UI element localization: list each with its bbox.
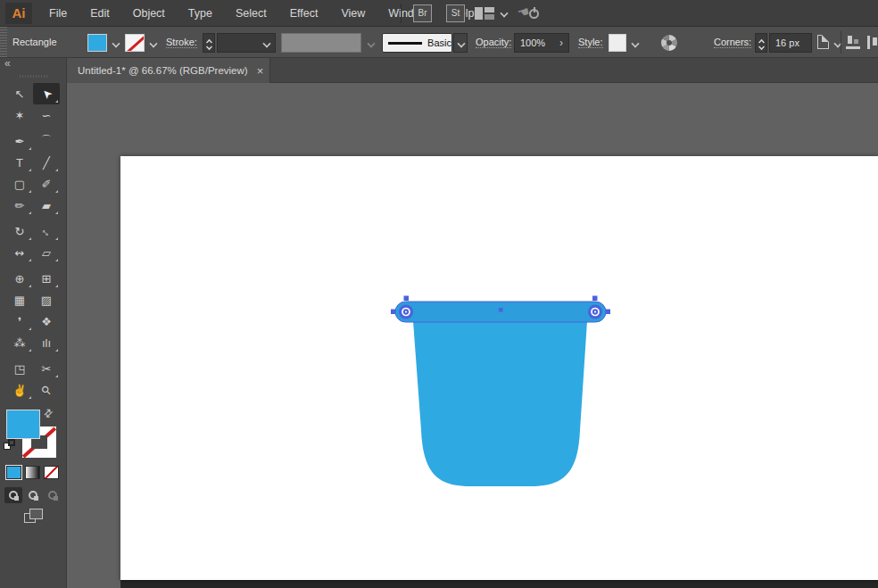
stroke-weight-label[interactable]: Stroke:: [166, 37, 197, 48]
stepper-up-icon[interactable]: [206, 37, 212, 43]
tab-close-icon[interactable]: ×: [257, 64, 264, 78]
opacity-label[interactable]: Opacity:: [476, 37, 511, 48]
document-setup-icon[interactable]: [817, 35, 829, 49]
opacity-arrow-icon[interactable]: ›: [559, 37, 563, 49]
lasso-tool[interactable]: ∽: [33, 104, 60, 126]
perspective-grid-tool[interactable]: ⊞: [33, 268, 60, 289]
magic-wand-tool[interactable]: ✶: [6, 104, 33, 126]
line-segment-tool[interactable]: ╱: [33, 152, 60, 173]
flyout-indicator: [29, 237, 31, 240]
rotate-tool[interactable]: ↻: [6, 220, 33, 242]
lasso-icon: ∽: [42, 109, 52, 122]
gpu-performance-icon[interactable]: ☚: [518, 4, 541, 22]
type-tool[interactable]: T: [6, 152, 33, 173]
bucket-body-shape[interactable]: [413, 321, 587, 486]
brush-definition-dropdown[interactable]: Basic: [382, 33, 452, 53]
stroke-weight-stepper[interactable]: [203, 33, 215, 53]
blend-tool[interactable]: ❖: [33, 311, 60, 332]
stepper-down-icon[interactable]: [206, 44, 212, 50]
live-corner-widget-left[interactable]: [399, 305, 413, 319]
eraser-tool[interactable]: ▰: [33, 195, 60, 216]
fill-indicator[interactable]: [6, 410, 40, 439]
scale-tool[interactable]: ↔: [33, 220, 60, 242]
stroke-color-swatch[interactable]: [125, 34, 145, 52]
collapse-panel-icon[interactable]: «: [4, 57, 10, 70]
anchor-point-top-center[interactable]: [499, 308, 503, 312]
variable-width-profile-dropdown[interactable]: [281, 33, 361, 53]
menu-item-select[interactable]: Select: [224, 0, 278, 27]
control-bar-grip[interactable]: [0, 27, 7, 58]
draw-normal-button[interactable]: [4, 487, 22, 503]
artboard[interactable]: [120, 156, 878, 580]
style-chevron-down-icon[interactable]: [627, 34, 641, 52]
recolor-artwork-icon[interactable]: [661, 35, 677, 51]
artboard-tool[interactable]: ◳: [6, 358, 33, 379]
menu-item-file[interactable]: File: [37, 0, 79, 27]
align-bottom-icon[interactable]: [846, 36, 862, 49]
style-label[interactable]: Style:: [578, 37, 603, 48]
draw-inside-button[interactable]: [44, 487, 62, 503]
default-fill-stroke-icon[interactable]: [4, 439, 16, 451]
eyedropper-tool[interactable]: ❜: [6, 311, 33, 332]
anchor-point-top-right[interactable]: [592, 296, 598, 302]
mesh-tool[interactable]: ▦: [6, 289, 33, 311]
column-graph-tool[interactable]: ılı: [33, 332, 60, 353]
graphic-style-swatch[interactable]: [609, 34, 626, 52]
fill-chevron-down-icon[interactable]: [108, 34, 121, 52]
curvature-icon: ⌒: [41, 133, 53, 149]
width-tool[interactable]: ↭: [6, 242, 33, 263]
opacity-field[interactable]: 100% ›: [514, 33, 569, 53]
fill-color-swatch[interactable]: [87, 34, 107, 52]
adobe-stock-button[interactable]: St: [446, 4, 465, 22]
brush-chevron-down-icon[interactable]: [453, 33, 468, 53]
tools-panel-grip[interactable]: [20, 75, 48, 78]
pen-tool[interactable]: ✒: [6, 130, 33, 152]
corners-stepper[interactable]: [755, 33, 767, 53]
shape-builder-tool[interactable]: ⊕: [6, 268, 33, 289]
stepper-down-icon[interactable]: [758, 44, 765, 50]
pen-icon: ✒: [15, 135, 25, 148]
workspace-switcher-icon[interactable]: [475, 7, 494, 20]
line-segment-icon: ╱: [43, 156, 50, 170]
menu-item-edit[interactable]: Edit: [79, 0, 121, 27]
menu-item-view[interactable]: View: [329, 0, 377, 27]
stepper-up-icon[interactable]: [758, 37, 765, 43]
corners-field[interactable]: 16 px: [769, 33, 812, 53]
draw-behind-button[interactable]: [24, 487, 42, 503]
anchor-point-left[interactable]: [391, 310, 396, 315]
corners-label[interactable]: Corners:: [714, 37, 751, 48]
align-icon-clipped[interactable]: [867, 36, 878, 49]
shaper-tool[interactable]: ✏: [6, 195, 33, 216]
menu-item-effect[interactable]: Effect: [278, 0, 330, 27]
document-tab[interactable]: Untitled-1* @ 66.67% (RGB/Preview) ×: [67, 58, 270, 83]
live-corner-widget-right[interactable]: [588, 305, 602, 319]
go-to-bridge-button[interactable]: Br: [413, 4, 432, 22]
swap-fill-stroke-icon[interactable]: ⇄: [41, 405, 56, 420]
color-button[interactable]: [6, 466, 21, 479]
menu-item-object[interactable]: Object: [121, 0, 177, 27]
rectangle-tool[interactable]: ▢: [6, 173, 33, 195]
stroke-chevron-down-icon[interactable]: [145, 34, 159, 52]
free-transform-tool[interactable]: ▱: [33, 242, 60, 263]
anchor-point-right[interactable]: [606, 310, 611, 315]
selection-tool[interactable]: ↖: [6, 83, 33, 104]
menu-item-type[interactable]: Type: [177, 0, 224, 27]
symbol-sprayer-tool[interactable]: ⁂: [6, 332, 33, 353]
workspace-chevron-down-icon[interactable]: [500, 9, 507, 16]
none-button[interactable]: [44, 466, 59, 479]
gradient-button[interactable]: [25, 466, 40, 479]
active-tool-label: Rectangle: [12, 37, 57, 47]
change-screen-mode-button[interactable]: [24, 509, 44, 525]
gradient-tool[interactable]: ▨: [33, 289, 60, 311]
artboard-icon: ◳: [14, 362, 25, 376]
canvas-area[interactable]: [67, 83, 878, 588]
direct-selection-tool[interactable]: ➤: [33, 83, 60, 104]
slice-tool[interactable]: ✂: [33, 358, 60, 379]
paintbrush-tool[interactable]: ✐: [33, 173, 60, 195]
anchor-point-top-left[interactable]: [404, 296, 410, 302]
zoom-tool[interactable]: ⚲: [33, 379, 60, 401]
curvature-tool[interactable]: ⌒: [33, 130, 60, 152]
flyout-indicator: [29, 327, 31, 330]
stroke-weight-dropdown[interactable]: [217, 33, 276, 53]
hand-tool[interactable]: ✌: [6, 379, 33, 401]
